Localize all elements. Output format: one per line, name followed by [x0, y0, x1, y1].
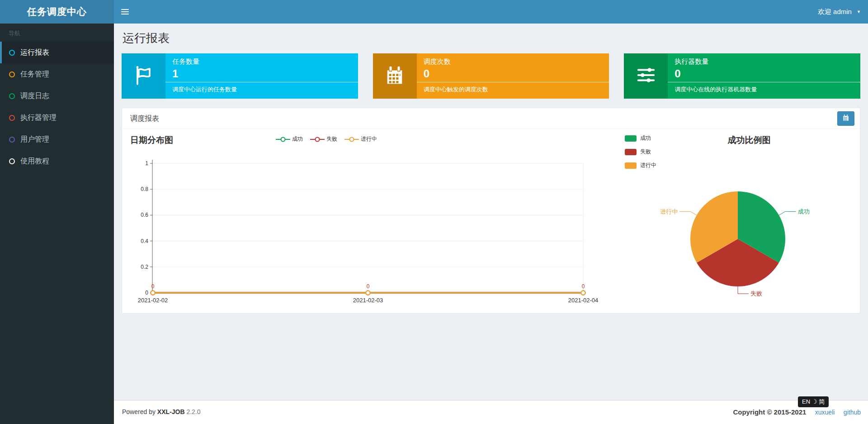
stat-card-title: 调度次数 — [424, 57, 603, 66]
stat-card-desc: 调度中心在线的执行器机器数量 — [675, 86, 757, 94]
svg-text:0.8: 0.8 — [141, 186, 148, 192]
sidebar-item-label: 任务管理 — [20, 70, 49, 79]
calendar-icon — [842, 114, 849, 123]
calendar-icon — [384, 65, 405, 87]
svg-text:0: 0 — [145, 290, 148, 296]
stat-card-desc: 调度中心运行的任务数量 — [172, 86, 237, 94]
user-dropdown[interactable]: 欢迎 admin ▼ — [818, 0, 861, 24]
pie-legend-item-0[interactable]: 成功 — [625, 134, 656, 142]
welcome-text: 欢迎 admin — [818, 8, 852, 15]
svg-text:0.6: 0.6 — [141, 212, 148, 218]
svg-text:0: 0 — [151, 283, 155, 290]
stat-card-title: 任务数量 — [172, 57, 351, 66]
stat-card-value: 0 — [675, 67, 854, 80]
svg-text:0.4: 0.4 — [141, 238, 148, 244]
svg-text:0: 0 — [367, 283, 370, 290]
sidebar-item-label: 调度日志 — [20, 91, 49, 101]
sidebar-item-job-manage[interactable]: 任务管理 — [0, 63, 114, 85]
circle-outline-icon — [9, 93, 15, 99]
date-distribution-line-chart: 00.20.40.60.812021-02-022021-02-032021-0… — [122, 156, 619, 307]
svg-text:进行中: 进行中 — [660, 208, 678, 215]
stat-card-executor-count: 执行器数量 0 调度中心在线的执行器机器数量 — [624, 53, 860, 99]
svg-text:0: 0 — [582, 283, 585, 290]
schedule-report-panel: 调度报表 日期分布图 成功失败进行中 00.20.40.60.812021-02… — [122, 108, 860, 314]
footer: Powered by XXL-JOB 2.2.0 Copyright © 201… — [114, 400, 868, 424]
date-range-button[interactable] — [837, 111, 854, 126]
svg-text:2021-02-04: 2021-02-04 — [568, 297, 599, 304]
stat-card-trigger-count: 调度次数 0 调度中心触发的调度次数 — [373, 53, 609, 99]
pie-legend-item-1[interactable]: 失败 — [625, 148, 656, 156]
sidebar-toggle-button[interactable] — [114, 0, 136, 24]
pie-legend-swatch-icon — [625, 162, 637, 169]
footer-link-xuxueli[interactable]: xuxueli — [815, 409, 835, 416]
svg-text:2021-02-02: 2021-02-02 — [138, 297, 168, 304]
line-legend-item-2[interactable]: 进行中 — [344, 135, 377, 143]
sidebar-item-label: 执行器管理 — [20, 113, 57, 123]
svg-text:1: 1 — [145, 160, 148, 167]
panel-title: 调度报表 — [122, 108, 860, 129]
line-legend-marker-icon — [344, 137, 359, 142]
sidebar-nav-header: 导航 — [0, 24, 114, 42]
line-legend-item-1[interactable]: 失败 — [310, 135, 337, 143]
sidebar-item-job-report[interactable]: 运行报表 — [0, 42, 114, 63]
sidebar-item-label: 运行报表 — [20, 48, 49, 57]
stat-card-title: 执行器数量 — [675, 57, 854, 66]
circle-outline-icon — [9, 158, 15, 164]
caret-down-icon: ▼ — [857, 0, 861, 24]
pie-legend-label: 成功 — [640, 134, 651, 142]
ime-indicator-badge[interactable]: EN ☽ 简 — [798, 396, 829, 407]
circle-outline-icon — [9, 71, 15, 77]
sliders-icon — [636, 65, 656, 87]
line-legend-marker-icon — [310, 137, 325, 142]
svg-text:0.2: 0.2 — [141, 264, 148, 270]
sidebar-item-label: 用户管理 — [20, 135, 49, 144]
pie-legend-label: 失败 — [640, 148, 651, 156]
footer-link-github[interactable]: github — [844, 409, 861, 416]
line-chart-legend[interactable]: 成功失败进行中 — [276, 135, 377, 143]
app-logo: 任务调度中心 — [0, 0, 114, 24]
version-label: 2.2.0 — [186, 408, 200, 415]
sidebar-item-executor-manage[interactable]: 执行器管理 — [0, 107, 114, 129]
flag-icon — [133, 64, 155, 88]
page-title: 运行报表 — [123, 30, 860, 46]
pie-legend-swatch-icon — [625, 135, 637, 142]
top-navbar: 任务调度中心 欢迎 admin ▼ — [0, 0, 868, 24]
app-root: 任务调度中心 欢迎 admin ▼ 导航 运行报表 任务管理 调度日志 执行器管… — [0, 0, 868, 424]
stat-card-value: 0 — [424, 67, 603, 80]
stat-cards-row: 任务数量 1 调度中心运行的任务数量 — [122, 53, 860, 99]
stat-card-job-count: 任务数量 1 调度中心运行的任务数量 — [122, 53, 358, 99]
sidebar-item-user-manage[interactable]: 用户管理 — [0, 129, 114, 150]
svg-text:失败: 失败 — [750, 290, 762, 297]
sidebar-item-label: 使用教程 — [20, 157, 49, 166]
line-chart-title: 日期分布图 — [130, 134, 173, 146]
line-legend-marker-icon — [276, 137, 290, 142]
circle-outline-icon — [9, 115, 15, 121]
stat-card-value: 1 — [172, 67, 351, 80]
line-legend-label: 失败 — [326, 135, 337, 143]
sidebar: 导航 运行报表 任务管理 调度日志 执行器管理 用户管理 使用教程 — [0, 24, 114, 424]
copyright-text: Copyright © 2015-2021 — [733, 408, 806, 416]
line-legend-label: 成功 — [292, 135, 303, 143]
line-legend-item-0[interactable]: 成功 — [276, 135, 303, 143]
circle-outline-icon — [9, 137, 15, 143]
footer-powered-by: Powered by XXL-JOB 2.2.0 — [122, 400, 201, 424]
main-content: 运行报表 任务数量 1 调度中心运行的 — [114, 24, 868, 400]
pie-chart-title: 成功比例图 — [681, 134, 817, 146]
sidebar-item-job-log[interactable]: 调度日志 — [0, 85, 114, 107]
svg-text:成功: 成功 — [798, 208, 810, 215]
stat-card-desc: 调度中心触发的调度次数 — [424, 86, 488, 94]
success-ratio-pie-chart: 成功失败进行中 — [642, 162, 854, 306]
line-legend-label: 进行中 — [361, 135, 377, 143]
svg-text:2021-02-03: 2021-02-03 — [353, 297, 383, 304]
sidebar-item-help[interactable]: 使用教程 — [0, 150, 114, 172]
brand-name: XXL-JOB — [157, 408, 185, 415]
pie-legend-swatch-icon — [625, 149, 637, 155]
circle-outline-icon — [9, 50, 15, 56]
